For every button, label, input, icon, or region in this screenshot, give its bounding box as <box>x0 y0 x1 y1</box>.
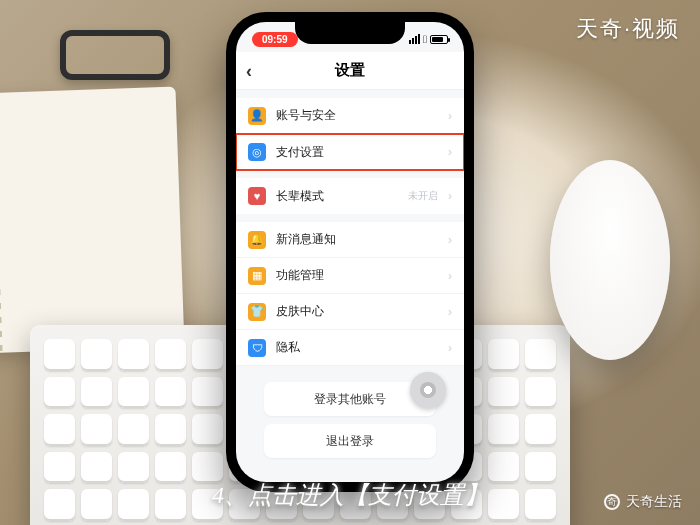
phone-frame: 09:59 􀙇 ‹ 设置 👤账号与安全›◎支付设置›♥长辈模式未开启›🔔新消息通… <box>226 12 474 492</box>
row-label: 新消息通知 <box>276 231 428 248</box>
logo-icon: 奇 <box>604 494 620 510</box>
watermark-bottom-right: 奇 天奇生活 <box>604 493 682 511</box>
settings-group: ♥长辈模式未开启› <box>236 178 464 214</box>
elder-icon: ♥ <box>248 187 266 205</box>
bottom-buttons: 登录其他账号 退出登录 <box>236 366 464 482</box>
logout-button[interactable]: 退出登录 <box>264 424 436 458</box>
row-label: 皮肤中心 <box>276 303 428 320</box>
row-label: 隐私 <box>276 339 428 356</box>
grid-icon: ▦ <box>248 267 266 285</box>
settings-row[interactable]: 👤账号与安全› <box>236 98 464 134</box>
chevron-right-icon: › <box>448 145 452 159</box>
instruction-caption: 4、点击进入【支付设置】 <box>212 479 488 511</box>
bell-icon: 🔔 <box>248 231 266 249</box>
chevron-right-icon: › <box>448 305 452 319</box>
notebook <box>0 87 184 354</box>
signal-icon <box>409 34 420 44</box>
settings-row[interactable]: ♥长辈模式未开启› <box>236 178 464 214</box>
skin-icon: 👕 <box>248 303 266 321</box>
pay-icon: ◎ <box>248 143 266 161</box>
row-label: 支付设置 <box>276 144 428 161</box>
row-label: 账号与安全 <box>276 107 428 124</box>
row-label: 长辈模式 <box>276 188 398 205</box>
chevron-right-icon: › <box>448 189 452 203</box>
settings-row[interactable]: 🔔新消息通知› <box>236 222 464 258</box>
shield-icon: 🛡 <box>248 339 266 357</box>
settings-row[interactable]: 👕皮肤中心› <box>236 294 464 330</box>
assistive-touch[interactable] <box>410 372 446 408</box>
battery-icon <box>430 35 448 44</box>
person-icon: 👤 <box>248 107 266 125</box>
settings-row[interactable]: ◎支付设置› <box>236 134 464 170</box>
watermark-top-right: 天奇·视频 <box>576 14 680 44</box>
row-label: 功能管理 <box>276 267 428 284</box>
row-aux: 未开启 <box>408 189 438 203</box>
back-button[interactable]: ‹ <box>246 60 252 81</box>
wifi-icon: 􀙇 <box>423 33 427 45</box>
settings-list[interactable]: 👤账号与安全›◎支付设置›♥长辈模式未开启›🔔新消息通知›▦功能管理›👕皮肤中心… <box>236 90 464 366</box>
settings-row[interactable]: ▦功能管理› <box>236 258 464 294</box>
title-bar: ‹ 设置 <box>236 52 464 90</box>
mouse <box>550 160 670 360</box>
chevron-right-icon: › <box>448 341 452 355</box>
chevron-right-icon: › <box>448 109 452 123</box>
binder-clip <box>60 30 170 80</box>
notch <box>295 22 405 44</box>
chevron-right-icon: › <box>448 233 452 247</box>
phone-screen: 09:59 􀙇 ‹ 设置 👤账号与安全›◎支付设置›♥长辈模式未开启›🔔新消息通… <box>236 22 464 482</box>
chevron-right-icon: › <box>448 269 452 283</box>
settings-group: 👤账号与安全›◎支付设置› <box>236 98 464 170</box>
settings-row[interactable]: 🛡隐私› <box>236 330 464 366</box>
settings-group: 🔔新消息通知›▦功能管理›👕皮肤中心›🛡隐私›⚙通用› <box>236 222 464 366</box>
status-time: 09:59 <box>252 32 298 47</box>
page-title: 设置 <box>335 61 365 80</box>
